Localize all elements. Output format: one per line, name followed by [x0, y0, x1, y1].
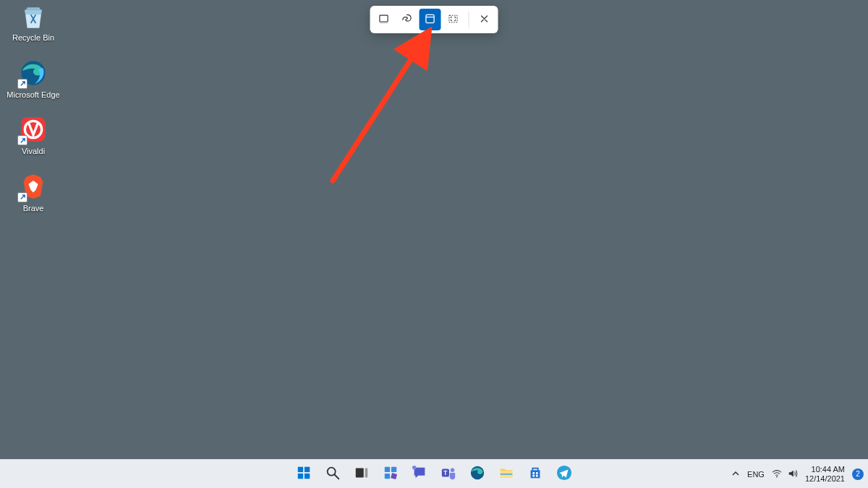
system-tray: ENG 10:44 AM 12/14/2021 2: [731, 460, 864, 488]
freeform-snip-button[interactable]: [396, 9, 418, 30]
svg-line-13: [335, 474, 339, 479]
microsoft-store-icon: [527, 465, 543, 484]
vivaldi-icon: [19, 115, 48, 144]
start-icon: [296, 465, 312, 484]
task-view-icon: [354, 465, 370, 484]
search-button[interactable]: [320, 461, 346, 487]
taskbar: T ENG 10:44 AM 12/14/2021 2: [0, 459, 868, 488]
task-view-button[interactable]: [349, 461, 375, 487]
rectangular-snip-button[interactable]: [373, 9, 395, 30]
svg-rect-29: [536, 474, 538, 476]
svg-point-20: [412, 465, 417, 469]
snipping-tool-toolbar: [370, 6, 498, 33]
svg-rect-15: [365, 468, 368, 477]
taskbar-center-group: T: [291, 461, 577, 487]
desktop-icons-area: Recycle Bin Microsoft Edge Vivaldi Brave: [6, 0, 61, 213]
chat-icon: [412, 465, 427, 484]
svg-rect-10: [298, 473, 303, 478]
svg-rect-16: [385, 466, 390, 471]
fullscreen-snip-button[interactable]: [443, 9, 464, 30]
teams-button[interactable]: T: [435, 461, 461, 487]
desktop-icon-vivaldi[interactable]: Vivaldi: [6, 115, 61, 156]
edge-taskbar-button[interactable]: [464, 461, 490, 487]
clock-button[interactable]: 10:44 AM 12/14/2021: [805, 465, 845, 482]
recycle-bin-icon: [19, 1, 48, 30]
chevron-up-icon: [731, 471, 740, 479]
rectangular-snip-icon: [378, 13, 390, 27]
search-icon: [325, 465, 341, 484]
chat-button[interactable]: [407, 461, 433, 487]
svg-rect-4: [426, 14, 434, 22]
edge-icon: [469, 465, 485, 484]
start-button[interactable]: [291, 461, 317, 487]
window-snip-icon: [425, 13, 436, 27]
desktop-icon-label: Microsoft Edge: [7, 90, 59, 100]
svg-rect-28: [532, 474, 535, 476]
fullscreen-snip-icon: [448, 13, 459, 27]
time-text: 10:44 AM: [805, 465, 845, 474]
svg-rect-14: [356, 468, 364, 477]
widgets-icon: [383, 465, 399, 484]
svg-point-12: [328, 467, 336, 475]
desktop-icon-label: Brave: [23, 204, 44, 213]
desktop-icon-label: Recycle Bin: [12, 33, 54, 43]
window-snip-button[interactable]: [420, 9, 441, 30]
brave-icon: [19, 172, 48, 201]
notification-badge[interactable]: 2: [852, 468, 864, 480]
svg-point-23: [451, 468, 455, 472]
svg-rect-3: [380, 15, 388, 22]
telegram-button[interactable]: [551, 461, 577, 487]
close-snip-button[interactable]: [474, 9, 495, 30]
svg-text:T: T: [443, 469, 447, 476]
file-explorer-button[interactable]: [493, 461, 519, 487]
shortcut-badge-icon: [17, 79, 27, 89]
microsoft-edge-icon: [19, 59, 48, 87]
shortcut-badge-icon: [17, 135, 27, 145]
screen-dim-overlay: [0, 0, 868, 488]
svg-rect-27: [536, 472, 538, 474]
desktop-icon-recycle-bin[interactable]: Recycle Bin: [6, 1, 61, 43]
svg-rect-19: [391, 473, 397, 479]
svg-rect-8: [298, 466, 303, 471]
desktop-icon-label: Vivaldi: [22, 147, 45, 156]
close-icon: [479, 13, 490, 27]
wifi-icon: [772, 468, 782, 480]
desktop-icon-microsoft-edge[interactable]: Microsoft Edge: [6, 59, 61, 100]
svg-rect-18: [385, 473, 390, 478]
telegram-icon: [556, 465, 572, 484]
svg-rect-25: [501, 473, 513, 474]
microsoft-store-button[interactable]: [522, 461, 548, 487]
svg-rect-26: [532, 472, 535, 474]
svg-rect-6: [449, 15, 457, 22]
widgets-button[interactable]: [378, 461, 404, 487]
svg-rect-9: [305, 466, 310, 471]
shortcut-badge-icon: [17, 192, 27, 202]
volume-icon: [788, 468, 798, 480]
svg-point-31: [776, 476, 778, 477]
svg-rect-17: [391, 466, 396, 471]
date-text: 12/14/2021: [805, 474, 845, 483]
network-volume-group[interactable]: [772, 468, 798, 480]
file-explorer-icon: [498, 465, 514, 484]
language-indicator[interactable]: ENG: [747, 470, 765, 479]
svg-rect-11: [305, 473, 310, 478]
tray-overflow-button[interactable]: [731, 469, 740, 479]
desktop-icon-brave[interactable]: Brave: [6, 172, 61, 213]
toolbar-divider: [469, 12, 469, 27]
freeform-snip-icon: [401, 13, 413, 27]
teams-icon: T: [441, 465, 456, 484]
